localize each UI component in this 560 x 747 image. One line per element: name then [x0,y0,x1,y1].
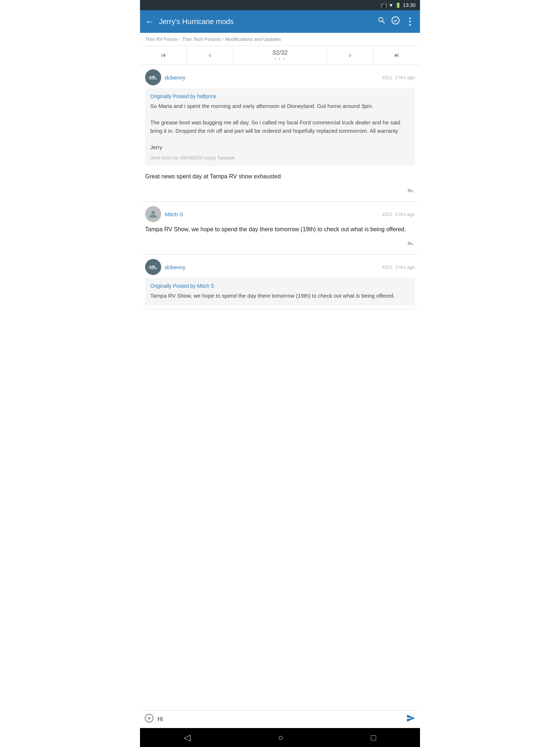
page-title: Jerry's Hurricane mods [159,18,372,26]
post-313-meta: dcbenny #313 3 hrs ago [165,264,415,270]
post-312-info: #312 3 hrs ago [382,212,415,217]
battery-icon: 🔋 [395,3,401,8]
post-311-info: #311 3 hrs ago [382,75,415,80]
back-button[interactable]: ← [145,16,154,27]
svg-point-11 [151,211,155,214]
posts-container: dcbenny #311 3 hrs ago Originally Posted… [140,65,420,349]
post-311-quote-sig: Sent from my SM-N920V using Tapatalk [150,155,410,160]
post-311-quote-author: Originally Posted by halfprice [150,93,410,99]
post-313-info: #313 3 hrs ago [382,264,415,270]
svg-point-7 [153,80,154,81]
svg-point-18 [153,270,154,270]
svg-rect-13 [149,266,153,267]
post-313: dcbenny #313 3 hrs ago Originally Posted… [140,255,420,309]
app-bar: ← Jerry's Hurricane mods ⋮ [140,10,420,33]
more-button[interactable]: ⋮ [405,16,415,27]
post-311-body: Great news spent day at Tampa RV show ex… [140,172,420,185]
svg-point-21 [155,270,156,270]
reply-button-311[interactable] [406,186,415,197]
post-312-username[interactable]: Mitch S [165,211,183,217]
svg-rect-14 [153,266,155,268]
post-312-meta: Mitch S #312 3 hrs ago [165,211,415,217]
breadcrumb-sep-2: › [222,36,223,42]
avatar-dcbenny-2 [145,259,161,275]
post-313-username[interactable]: dcbenny [165,264,186,270]
post-311: dcbenny #311 3 hrs ago Originally Posted… [140,65,420,202]
post-312-footer [140,237,420,254]
post-311-meta: dcbenny #311 3 hrs ago [165,74,415,81]
svg-point-16 [150,270,151,270]
breadcrumb-item-2[interactable]: Thor Tech Forums [182,36,221,42]
breadcrumb-item-1[interactable]: Thor RV Forum [145,36,178,42]
pagination-dots: • • • [275,57,285,62]
breadcrumb-sep-1: › [179,36,180,42]
svg-rect-3 [153,76,155,78]
post-311-quote: Originally Posted by halfprice So Maria … [145,88,415,166]
post-312-header: Mitch S #312 3 hrs ago [140,202,420,225]
post-312-body: Tampa RV Show, we hope to spend the day … [140,225,420,237]
post-311-quote-text: So Maria and i spent the morning and ear… [150,102,410,151]
post-313-quote-author: Originally Posted by Mitch S [150,283,410,289]
post-313-header: dcbenny #313 3 hrs ago [140,255,420,278]
breadcrumb-item-3[interactable]: Modifications and Updates [225,36,281,42]
status-bar-icons: 📳 ▼ 🔋 13:30 [381,2,416,8]
search-button[interactable] [377,16,386,27]
prev-page-button[interactable] [187,46,233,65]
check-button[interactable] [391,16,400,27]
status-bar: 📳 ▼ 🔋 13:30 [140,0,420,10]
svg-rect-2 [149,76,153,78]
svg-point-5 [150,80,151,81]
post-311-footer [140,185,420,201]
pagination-bar: 32/32 • • • [140,46,420,65]
breadcrumb: Thor RV Forum › Thor Tech Forums › Modif… [140,33,420,46]
post-313-quote: Originally Posted by Mitch S Tampa RV Sh… [145,278,415,305]
page-indicator[interactable]: 32/32 • • • [234,46,327,65]
vibrate-icon: 📳 [381,3,387,8]
svg-point-10 [155,80,156,81]
wifi-icon: ▼ [389,3,393,8]
last-page-button[interactable] [374,46,420,65]
post-311-username[interactable]: dcbenny [165,74,186,81]
avatar-dcbenny-1 [145,69,161,85]
next-page-button[interactable] [327,46,373,65]
page-number: 32/32 [272,49,288,57]
reply-button-312[interactable] [406,239,415,250]
post-311-header: dcbenny #311 3 hrs ago [140,65,420,88]
time-display: 13:30 [403,2,416,8]
avatar-mitch-s [145,206,161,222]
svg-point-0 [392,17,399,24]
post-313-quote-text: Tampa RV Show, we hope to spend the day … [150,292,410,300]
first-page-button[interactable] [140,46,187,65]
post-312: Mitch S #312 3 hrs ago Tampa RV Show, we… [140,202,420,255]
